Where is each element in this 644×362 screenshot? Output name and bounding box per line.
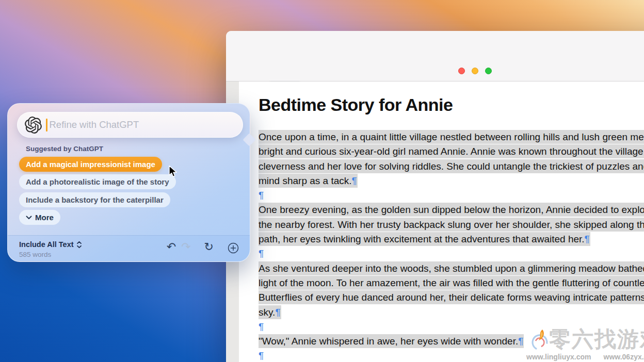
minimize-button[interactable] <box>472 68 478 74</box>
close-button[interactable] <box>458 68 465 74</box>
document-line[interactable]: path, her eyes twinkling with excitement… <box>259 232 644 246</box>
openai-logo-icon <box>25 117 42 134</box>
pilcrow-mark: ¶ <box>259 350 264 361</box>
document-line[interactable]: cleverness and her love for solving ridd… <box>259 159 644 174</box>
redo-icon[interactable]: ↷ <box>181 239 190 255</box>
include-all-text-selector[interactable]: Include All Text <box>19 240 82 249</box>
document-line[interactable]: mind sharp as a tack.¶ <box>259 174 644 188</box>
prompt-placeholder: Refine with ChatGPT <box>50 119 139 130</box>
chatgpt-prompt-input[interactable]: Refine with ChatGPT <box>17 112 243 138</box>
fullscreen-button[interactable] <box>485 68 492 74</box>
pilcrow-mark: ¶ <box>352 175 357 186</box>
window-titlebar[interactable]: Story — Edited View 125% Zoom Add Page <box>226 31 644 81</box>
pilcrow-mark: ¶ <box>275 307 280 318</box>
document-line[interactable]: ¶ <box>259 246 644 261</box>
document-line[interactable]: ¶ <box>259 349 644 362</box>
suggested-by-label: Suggested by ChatGPT <box>26 145 103 153</box>
document-body: Once upon a time, in a quaint little vil… <box>259 130 644 362</box>
pilcrow-mark: ¶ <box>259 321 264 332</box>
document-line[interactable]: the nearby forest. With her trusty backp… <box>259 218 644 232</box>
text-caret <box>46 119 47 131</box>
document-line[interactable]: bright and curious six-year-old girl nam… <box>259 144 644 159</box>
pilcrow-mark: ¶ <box>585 234 590 244</box>
chevron-down-icon <box>26 216 32 220</box>
document-line[interactable]: As she ventured deeper into the woods, s… <box>259 261 644 276</box>
chatgpt-panel: Refine with ChatGPT Suggested by ChatGPT… <box>7 103 250 262</box>
document-line[interactable]: Once upon a time, in a quaint little vil… <box>259 130 644 144</box>
suggestion-magical-impressionist-image[interactable]: Add a magical impressionist image <box>19 157 162 172</box>
undo-icon[interactable]: ↶ <box>167 239 176 255</box>
more-suggestions-button[interactable]: More <box>19 210 60 225</box>
pages-window: Story — Edited View 125% Zoom Add Page <box>226 31 644 362</box>
document-line[interactable]: "Wow," Annie whispered in awe, her eyes … <box>259 334 644 349</box>
updown-selector-icon <box>76 241 82 249</box>
word-count: 585 words <box>19 251 51 258</box>
desktop: { "window": { "title": "Story", "status"… <box>0 0 644 362</box>
document-line[interactable]: Butterflies of every hue danced around h… <box>259 290 644 305</box>
suggestion-photorealistic-image[interactable]: Add a photorealistic image of the story <box>19 174 176 189</box>
document-heading: Bedtime Story for Annie <box>259 95 453 115</box>
mouse-cursor <box>168 165 178 178</box>
pilcrow-mark: ¶ <box>259 248 264 259</box>
pilcrow-mark: ¶ <box>259 190 264 201</box>
pilcrow-mark: ¶ <box>518 336 523 347</box>
document-line[interactable]: sky.¶ <box>259 305 644 320</box>
suggestion-caterpillar-backstory[interactable]: Include a backstory for the caterpillar <box>19 192 170 207</box>
document-line[interactable]: One breezy evening, as the golden sun di… <box>259 203 644 217</box>
refresh-icon[interactable]: ↻ <box>204 239 214 255</box>
document-line[interactable]: light of the moon. To her amazement, the… <box>259 276 644 290</box>
panel-footer: Include All Text 585 words ↶ ↷ ↻ <box>8 235 250 261</box>
document-line[interactable]: ¶ <box>259 320 644 334</box>
document-line[interactable]: ¶ <box>259 188 644 203</box>
add-icon[interactable] <box>227 242 239 254</box>
